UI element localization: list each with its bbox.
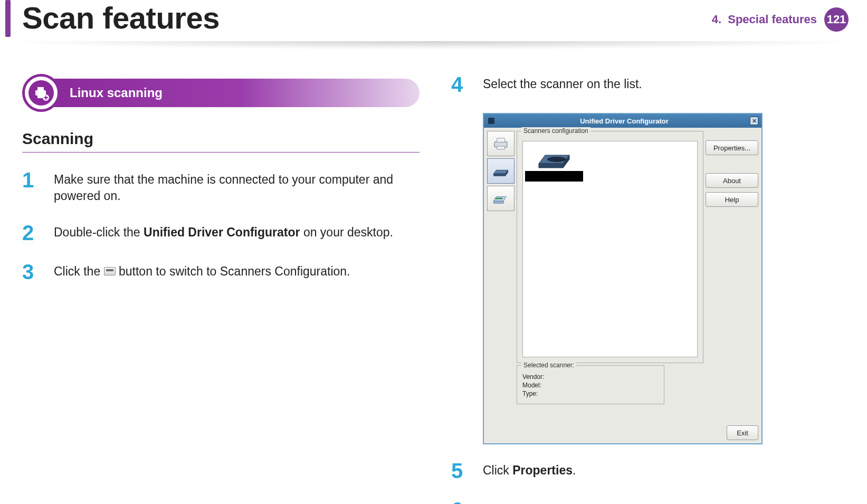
- svg-point-7: [547, 157, 566, 162]
- scanner-list-item-icon: [536, 149, 573, 172]
- page-number-badge: 121: [824, 7, 849, 32]
- step-4: 4Select the scanner on the list.: [451, 74, 849, 95]
- step-6: 6Place a single document face down on th…: [451, 499, 849, 504]
- svg-rect-5: [497, 138, 504, 142]
- sidebar-scanner-button[interactable]: [487, 158, 515, 184]
- svg-rect-1: [37, 87, 44, 91]
- printer-icon: [492, 136, 510, 151]
- step-number: 2: [22, 222, 41, 243]
- step-text: Double-click the Unified Driver Configur…: [54, 222, 393, 243]
- step-text: Click Properties.: [483, 460, 576, 481]
- section-icon-ring: [22, 74, 60, 112]
- sidebar-printer-button[interactable]: [487, 131, 515, 156]
- sidebar-ports-button[interactable]: [487, 186, 515, 211]
- accent-stripe: [5, 0, 11, 37]
- close-icon[interactable]: ✕: [750, 117, 758, 125]
- step-2: 2Double-click the Unified Driver Configu…: [22, 222, 420, 243]
- selected-vendor-label: Vendor:: [522, 373, 659, 381]
- page-header: Scan features 4. Special features 121: [5, 0, 849, 45]
- step-number: 3: [22, 261, 41, 282]
- step-text: Make sure that the machine is connected …: [54, 169, 420, 204]
- step-5: 5Click Properties.: [451, 460, 849, 481]
- properties-button[interactable]: Properties...: [706, 140, 758, 155]
- subsection-heading: Scanning: [22, 130, 420, 153]
- ports-icon: [492, 191, 510, 206]
- screenshot-titlebar: Unified Driver Configurator ✕: [484, 114, 761, 128]
- right-column: 4Select the scanner on the list. Unified…: [451, 74, 849, 504]
- section-pill: Linux scanning: [46, 79, 420, 107]
- window-menu-icon: [488, 118, 494, 124]
- selected-scanner-legend: Selected scanner:: [521, 362, 576, 369]
- scanners-legend: Scanners configuration: [521, 127, 590, 135]
- screenshot-unified-driver-configurator: Unified Driver Configurator ✕: [483, 113, 763, 444]
- scanner-inline-icon: [104, 267, 116, 275]
- exit-button[interactable]: Exit: [727, 425, 758, 440]
- chapter-label: 4. Special features: [712, 13, 817, 26]
- step-number: 6: [451, 499, 470, 504]
- help-button[interactable]: Help: [706, 192, 758, 207]
- svg-rect-6: [497, 146, 504, 149]
- step-text: Place a single document face down on the…: [483, 499, 849, 504]
- header-shadow: [0, 41, 867, 50]
- step-1: 1Make sure that the machine is connected…: [22, 169, 420, 204]
- scanner-list-item-selected[interactable]: [525, 171, 583, 182]
- selected-scanner-fieldset: Selected scanner: Vendor: Model: Type:: [517, 365, 664, 404]
- scanners-configuration-fieldset: Scanners configuration: [517, 131, 703, 363]
- step-number: 5: [451, 460, 470, 481]
- screenshot-button-column: Properties... About Help: [706, 131, 758, 420]
- step-3: 3Click the button to switch to Scanners …: [22, 261, 420, 282]
- selected-model-label: Model:: [522, 382, 659, 389]
- step-number: 4: [451, 74, 470, 95]
- scanner-list[interactable]: [522, 141, 698, 357]
- scanner-icon: [492, 164, 510, 178]
- about-button[interactable]: About: [706, 173, 758, 188]
- left-column: Linux scanning Scanning 1Make sure that …: [22, 74, 420, 504]
- step-text: Click the button to switch to Scanners C…: [54, 261, 350, 282]
- selected-type-label: Type:: [522, 390, 659, 397]
- section-heading: Linux scanning: [22, 74, 420, 112]
- page-title: Scan features: [22, 0, 220, 35]
- screenshot-sidebar: [487, 131, 515, 420]
- step-number: 1: [22, 169, 41, 204]
- printer-plus-icon: [28, 80, 54, 106]
- screenshot-window-title: Unified Driver Configurator: [499, 117, 750, 125]
- step-text: Select the scanner on the list.: [483, 74, 642, 95]
